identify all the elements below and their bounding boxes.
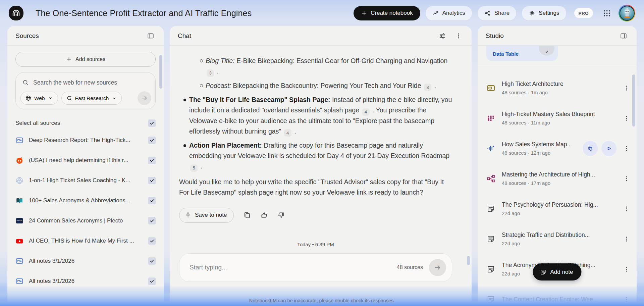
studio-item-title: The Psychology of Persuasion: Hig...	[502, 201, 598, 208]
studio-item-meta: 48 sources · 12m ago	[502, 150, 572, 156]
account-avatar[interactable]	[619, 5, 635, 21]
interactive-mode-button[interactable]	[583, 141, 598, 156]
studio-scrollbar[interactable]	[632, 74, 635, 126]
chat-settings-button[interactable]	[437, 31, 447, 41]
create-notebook-button[interactable]: Create notebook	[354, 6, 420, 20]
studio-item-menu-button[interactable]	[623, 266, 630, 273]
studio-item-meta: 48 sources · 1m ago	[502, 90, 564, 95]
share-button[interactable]: Share	[477, 6, 517, 21]
studio-list-item[interactable]: Strategic Traffic and Distribution... 22…	[486, 228, 630, 250]
check-icon	[149, 158, 155, 163]
add-sources-button[interactable]: Add sources	[15, 52, 156, 67]
session-timestamp: Today • 6:39 PM	[179, 242, 452, 247]
arrow-right-icon	[434, 264, 441, 271]
thumbs-down-button[interactable]	[277, 211, 285, 219]
sources-scrollbar[interactable]	[159, 55, 162, 89]
source-checkbox[interactable]	[148, 197, 156, 204]
studio-list-item[interactable]: The Psychology of Persuasion: Hig... 22d…	[486, 198, 630, 219]
source-list-item[interactable]: All notes 3/1/2026	[15, 271, 156, 291]
pencil-icon	[543, 48, 550, 56]
studio-item-actions	[618, 85, 630, 92]
studio-list-item[interactable]: High Ticket Architecture 48 sources · 1m…	[486, 77, 630, 99]
send-message-button[interactable]	[429, 259, 446, 276]
chat-text: .	[292, 128, 296, 135]
source-list-item[interactable]: (USA) I need help determining if this r.…	[15, 150, 156, 170]
chat-input[interactable]	[189, 263, 397, 271]
source-checkbox[interactable]	[148, 157, 156, 164]
hand-wave-icon	[586, 145, 594, 152]
source-list-item[interactable]: All notes 3/1/2026	[15, 251, 156, 271]
studio-item-menu-button[interactable]	[623, 175, 630, 182]
studio-list-item[interactable]: How Sales Systems Map... 48 sources · 12…	[486, 138, 630, 159]
source-checkbox[interactable]	[148, 177, 156, 184]
studio-item-menu-button[interactable]	[623, 85, 630, 92]
source-list-item[interactable]: 1-on-1 High Ticket Sales Coaching - K...	[15, 170, 156, 191]
web-filter-chip[interactable]: Web	[20, 92, 58, 105]
source-list-item[interactable]: Deep Research Report: The High-Tick...	[15, 130, 156, 150]
create-notebook-label: Create notebook	[371, 10, 413, 16]
more-vert-icon	[623, 175, 630, 182]
source-list-item[interactable]: 24 Common Sales Acronyms | Plecto	[15, 211, 156, 231]
chat-bullet: Action Plan Placement: Drafting the copy…	[179, 140, 452, 172]
source-checkbox[interactable]	[148, 277, 156, 285]
sources-panel: Sources Add sources Web	[7, 26, 164, 306]
research-mode-chip[interactable]: Fast Research	[61, 92, 122, 105]
studio-item-menu-button[interactable]	[623, 205, 630, 212]
citation-chip[interactable]: 4	[362, 108, 370, 116]
search-input[interactable]	[33, 79, 151, 87]
chat-scrollbar[interactable]	[467, 256, 470, 265]
citation-chip[interactable]: 5	[190, 164, 198, 172]
source-checkbox[interactable]	[148, 237, 156, 245]
studio-item-text: High Ticket Architecture 48 sources · 1m…	[502, 81, 564, 95]
search-submit-button[interactable]	[138, 91, 151, 105]
sources-panel-header: Sources	[7, 26, 164, 46]
analytics-button[interactable]: Analytics	[425, 6, 472, 21]
check-icon	[149, 278, 155, 284]
studio-item-text: Strategic Traffic and Distribution... 22…	[502, 232, 590, 246]
citation-chip[interactable]: 4	[284, 129, 291, 137]
more-vert-icon	[623, 236, 630, 243]
studio-item-menu-button[interactable]	[623, 236, 630, 243]
studio-list-item[interactable]: High-Ticket Mastery Sales Blueprint 48 s…	[486, 107, 630, 129]
collapse-studio-button[interactable]	[619, 31, 629, 41]
source-list-item[interactable]: 100+ Sales Acronyms & Abbreviations...	[15, 191, 156, 211]
select-all-checkbox[interactable]	[148, 119, 156, 127]
notebook-title[interactable]: The One-Sentence Profit Extractor and AI…	[36, 8, 252, 18]
citation-chip[interactable]: 3	[207, 69, 214, 77]
search-row	[19, 75, 151, 90]
google-apps-button[interactable]	[600, 6, 613, 20]
notebooklm-app: The One-Sentence Profit Extractor and AI…	[0, 0, 644, 306]
more-vert-icon	[455, 32, 462, 40]
collapse-panel-icon	[147, 32, 154, 40]
chat-panel-header: Chat	[170, 26, 472, 46]
source-checkbox[interactable]	[148, 137, 156, 144]
add-note-button[interactable]: Add note	[533, 263, 581, 280]
robot-avatar-icon	[620, 6, 635, 21]
chat-text: .	[199, 162, 202, 170]
collapse-sources-button[interactable]	[146, 31, 156, 41]
settings-button[interactable]: Settings	[522, 6, 566, 21]
chat-sub-bullet: Podcast: Bikepacking the Backcountry: Po…	[179, 81, 452, 91]
studio-list-item[interactable]: Mastering the Architecture of High... 48…	[486, 168, 630, 189]
web-filter-label: Web	[34, 95, 45, 101]
studio-item-menu-button[interactable]	[623, 296, 630, 303]
source-title: AI CEO: THIS is How I'd Make My First ..…	[29, 238, 143, 244]
studio-item-title: Strategic Traffic and Distribution...	[502, 232, 590, 239]
thumbs-up-button[interactable]	[260, 211, 268, 219]
citation-chip[interactable]: 3	[424, 84, 431, 91]
studio-item-title: High-Ticket Mastery Sales Blueprint	[502, 111, 595, 118]
studio-list-item[interactable]: The Content Creation Engine: Wee...	[486, 289, 630, 306]
studio-item-menu-button[interactable]	[623, 145, 630, 152]
notebooklm-logo-icon[interactable]	[9, 6, 23, 20]
source-checkbox[interactable]	[148, 257, 156, 265]
share-icon	[484, 10, 491, 16]
search-icon	[22, 79, 29, 86]
source-list-item[interactable]: AI CEO: THIS is How I'd Make My First ..…	[15, 231, 156, 251]
avatar-image	[620, 6, 635, 21]
source-checkbox[interactable]	[148, 217, 156, 224]
studio-item-menu-button[interactable]	[623, 115, 630, 122]
copy-response-button[interactable]	[243, 211, 251, 219]
play-mode-button[interactable]	[601, 141, 616, 156]
save-to-note-button[interactable]: Save to note	[179, 208, 234, 223]
chat-menu-button[interactable]	[453, 31, 464, 41]
